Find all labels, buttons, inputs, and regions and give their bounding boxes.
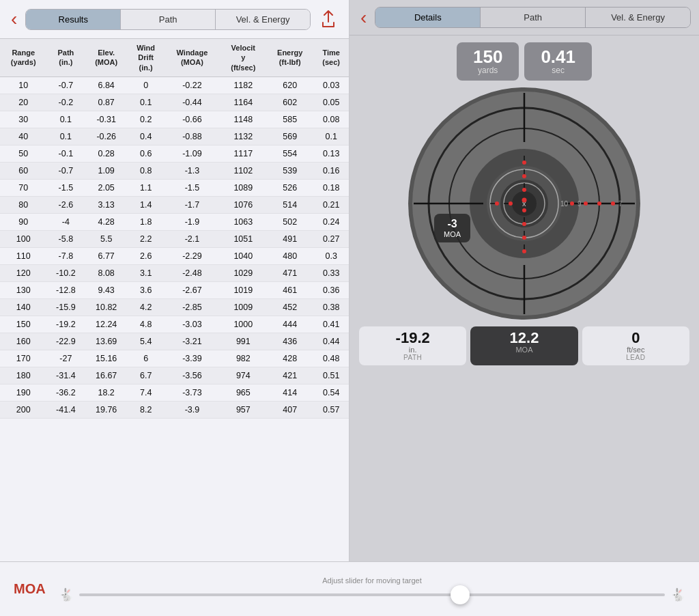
table-cell: -0.1	[46, 145, 85, 162]
col-range: Range(yards)	[0, 39, 46, 76]
table-cell: -1.3	[164, 162, 220, 179]
table-row: 170-2715.166-3.399824280.48	[0, 350, 349, 367]
tooltip-value: -3	[444, 218, 461, 230]
table-cell: 0.16	[313, 162, 349, 179]
table-cell: -0.7	[46, 162, 85, 179]
col-path: Path(in.)	[46, 39, 85, 76]
tab-vel-energy-right[interactable]: Vel. & Energy	[586, 8, 690, 27]
table-cell: 19.76	[85, 401, 128, 418]
table-cell: -19.2	[46, 316, 85, 333]
table-row: 70-1.52.051.1-1.510895260.18	[0, 179, 349, 196]
right-back-button[interactable]: ‹	[358, 8, 369, 27]
moa-stat-box: 12.2 MOA	[470, 326, 577, 365]
table-cell: 965	[220, 384, 266, 401]
table-cell: 0.21	[313, 196, 349, 213]
tab-results[interactable]: Results	[26, 10, 121, 29]
table-cell: 452	[266, 298, 313, 316]
moa-unit: MOA	[477, 346, 571, 354]
table-cell: 569	[266, 128, 313, 145]
slider-track[interactable]	[79, 593, 665, 596]
table-cell: 110	[0, 247, 46, 264]
table-cell: 16.67	[85, 367, 128, 384]
table-cell: 0.1	[46, 128, 85, 145]
table-cell: -2.85	[164, 298, 220, 316]
table-cell: 3.13	[85, 196, 128, 213]
table-cell: -10.2	[46, 264, 85, 281]
tab-vel-energy-left[interactable]: Vel. & Energy	[216, 10, 310, 29]
bottom-bar: MOA Adjust slider for moving target 🐇 🐇	[0, 561, 699, 616]
stats-bar-bottom: -19.2 in. PATH 12.2 MOA 0 ft/sec LEAD	[356, 326, 692, 365]
table-cell: -3.03	[164, 316, 220, 333]
col-wind-drift: WindDrift(in.)	[128, 39, 164, 76]
svg-point-37	[597, 201, 601, 206]
table-cell: 80	[0, 196, 46, 213]
table-cell: -2.48	[164, 264, 220, 281]
table-cell: -0.2	[46, 94, 85, 111]
table-cell: -0.7	[46, 76, 85, 94]
slider-thumb[interactable]	[451, 585, 470, 604]
table-cell: 70	[0, 179, 46, 196]
table-cell: 502	[266, 213, 313, 230]
col-elev: Elev.(MOA)	[85, 39, 128, 76]
svg-point-31	[522, 236, 526, 240]
table-cell: 526	[266, 179, 313, 196]
table-cell: -27	[46, 350, 85, 367]
tooltip-label: MOA	[444, 230, 461, 238]
tab-path-left[interactable]: Path	[121, 10, 216, 29]
table-cell: 140	[0, 298, 46, 316]
tab-path-right[interactable]: Path	[481, 8, 586, 27]
table-cell: 30	[0, 111, 46, 128]
col-energy: Energy(ft-lbf)	[266, 39, 313, 76]
table-body: 10-0.76.840-0.2211826200.0320-0.20.870.1…	[0, 76, 349, 418]
table-cell: 471	[266, 264, 313, 281]
table-cell: 585	[266, 111, 313, 128]
svg-point-35	[570, 201, 574, 206]
table-cell: 4.8	[128, 316, 164, 333]
svg-point-33	[495, 201, 499, 206]
table-cell: 160	[0, 333, 46, 350]
table-cell: 0.08	[313, 111, 349, 128]
lead-unit: ft/sec	[589, 346, 683, 354]
svg-point-27	[522, 188, 526, 192]
table-cell: 480	[266, 247, 313, 264]
table-cell: 10	[0, 76, 46, 94]
share-button[interactable]	[316, 7, 341, 31]
table-cell: 1148	[220, 111, 266, 128]
table-row: 200-41.419.768.2-3.99574070.57	[0, 401, 349, 418]
table-cell: 0.18	[313, 179, 349, 196]
table-cell: 602	[266, 94, 313, 111]
table-cell: 461	[266, 281, 313, 298]
table-cell: 0.41	[313, 316, 349, 333]
table-cell: 6.7	[128, 367, 164, 384]
table-cell: 407	[266, 401, 313, 418]
table-cell: -7.8	[46, 247, 85, 264]
table-cell: 7.4	[128, 384, 164, 401]
table-cell: 2.2	[128, 230, 164, 247]
yards-label: yards	[473, 66, 502, 75]
tab-details[interactable]: Details	[375, 8, 481, 27]
right-content: 150 yards 0.41 sec	[350, 36, 699, 561]
table-cell: 0.4	[128, 128, 164, 145]
table-cell: 1000	[220, 316, 266, 333]
table-cell: 6.77	[85, 247, 128, 264]
table-cell: 150	[0, 316, 46, 333]
table-cell: 130	[0, 281, 46, 298]
table-row: 80-2.63.131.4-1.710765140.21	[0, 196, 349, 213]
table-cell: 0.28	[85, 145, 128, 162]
table-cell: -2.67	[164, 281, 220, 298]
table-cell: 1040	[220, 247, 266, 264]
table-cell: -3.56	[164, 367, 220, 384]
col-windage: Windage(MOA)	[164, 39, 220, 76]
table-row: 50-0.10.280.6-1.0911175540.13	[0, 145, 349, 162]
table-cell: 1051	[220, 230, 266, 247]
left-back-button[interactable]: ‹	[8, 10, 20, 29]
table-cell: 421	[266, 367, 313, 384]
table-cell: 1117	[220, 145, 266, 162]
table-cell: 6.84	[85, 76, 128, 94]
table-cell: 0.51	[313, 367, 349, 384]
table-cell: -0.26	[85, 128, 128, 145]
table-cell: -5.8	[46, 230, 85, 247]
right-header: ‹ Details Path Vel. & Energy	[350, 0, 699, 36]
table-cell: 60	[0, 162, 46, 179]
table-cell: 1076	[220, 196, 266, 213]
